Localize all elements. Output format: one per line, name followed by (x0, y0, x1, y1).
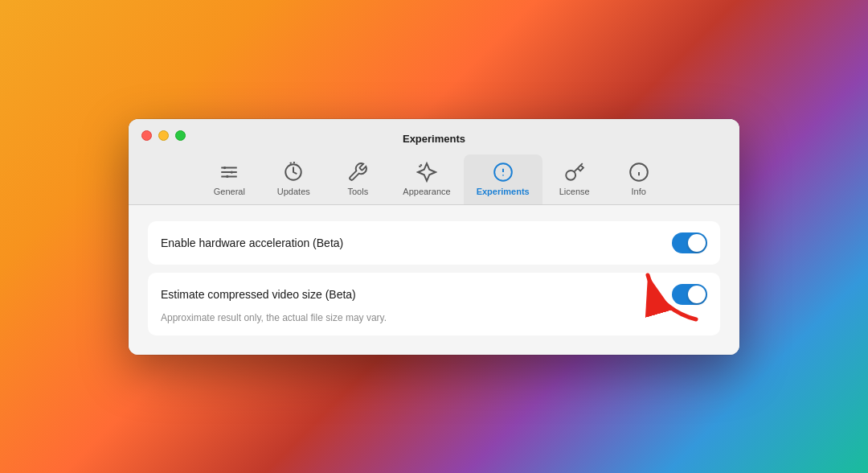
compressed-video-size-row: Estimate compressed video size (Beta) Ap… (148, 273, 720, 335)
tab-appearance[interactable]: Appearance (390, 154, 463, 204)
tab-tools[interactable]: Tools (326, 154, 390, 204)
updates-icon (282, 161, 305, 183)
content-area: Enable hardware acceleration (Beta) Esti… (129, 205, 739, 355)
tab-license-label: License (559, 187, 590, 196)
app-window: Experiments General (129, 119, 739, 355)
svg-point-3 (223, 166, 226, 168)
svg-point-5 (227, 175, 229, 177)
tab-updates[interactable]: Updates (261, 154, 326, 204)
hardware-acceleration-row: Enable hardware acceleration (Beta) (148, 221, 720, 265)
license-icon (563, 161, 586, 183)
compressed-video-size-toggle[interactable] (672, 284, 707, 305)
tab-experiments[interactable]: Experiments (464, 154, 542, 204)
tab-tools-label: Tools (347, 187, 368, 196)
tools-icon (346, 161, 369, 183)
compressed-video-size-description: Approximate result only, the actual file… (161, 312, 387, 323)
toolbar: General Updates (189, 154, 678, 204)
svg-point-9 (502, 174, 504, 175)
hardware-acceleration-toggle[interactable] (672, 232, 707, 253)
tab-info-label: Info (631, 187, 645, 196)
toggle-thumb (688, 234, 706, 252)
toggle-thumb-2 (688, 286, 706, 303)
tab-updates-label: Updates (277, 187, 310, 196)
general-icon (218, 161, 240, 183)
svg-point-4 (231, 171, 233, 173)
tab-info[interactable]: Info (607, 154, 671, 204)
compressed-video-size-label: Estimate compressed video size (Beta) (161, 288, 356, 301)
experiments-icon (492, 161, 514, 183)
window-title: Experiments (141, 133, 727, 145)
tab-license[interactable]: License (542, 154, 607, 204)
appearance-icon (416, 161, 438, 183)
tab-general-label: General (214, 187, 245, 196)
info-icon (628, 161, 650, 183)
tab-experiments-label: Experiments (477, 187, 530, 196)
hardware-acceleration-label: Enable hardware acceleration (Beta) (161, 236, 343, 249)
tab-appearance-label: Appearance (403, 187, 450, 196)
titlebar: Experiments General (129, 119, 739, 205)
tab-general[interactable]: General (197, 154, 261, 204)
